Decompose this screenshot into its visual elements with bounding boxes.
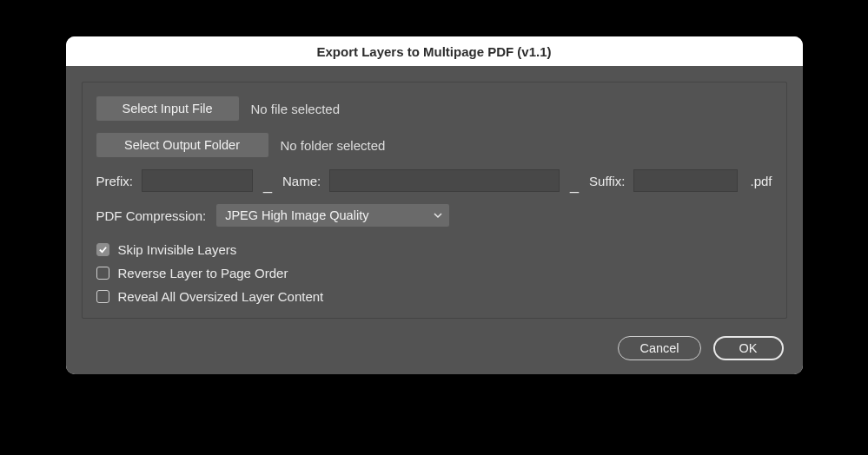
compression-row: PDF Compression: JPEG High Image Quality bbox=[96, 204, 772, 227]
select-input-file-button[interactable]: Select Input File bbox=[96, 96, 239, 121]
settings-panel: Select Input File No file selected Selec… bbox=[82, 82, 787, 319]
reverse-order-checkbox[interactable] bbox=[96, 267, 109, 280]
name-input[interactable] bbox=[329, 169, 560, 192]
title-bar: Export Layers to Multipage PDF (v1.1) bbox=[66, 36, 803, 66]
select-output-folder-button[interactable]: Select Output Folder bbox=[96, 133, 268, 157]
cancel-button[interactable]: Cancel bbox=[618, 336, 700, 360]
reveal-oversized-label: Reveal All Oversized Layer Content bbox=[118, 289, 324, 304]
skip-invisible-label: Skip Invisible Layers bbox=[118, 242, 237, 257]
dialog-window: Export Layers to Multipage PDF (v1.1) Se… bbox=[66, 36, 803, 374]
dialog-footer: Cancel OK bbox=[82, 336, 787, 360]
reveal-oversized-checkbox[interactable] bbox=[96, 290, 109, 303]
output-folder-status: No folder selected bbox=[281, 138, 386, 153]
output-folder-row: Select Output Folder No folder selected bbox=[96, 133, 772, 157]
compression-select[interactable]: JPEG High Image Quality bbox=[216, 204, 449, 227]
skip-invisible-row: Skip Invisible Layers bbox=[96, 242, 772, 257]
reverse-order-label: Reverse Layer to Page Order bbox=[118, 266, 288, 280]
input-file-row: Select Input File No file selected bbox=[96, 96, 772, 121]
prefix-input[interactable] bbox=[142, 169, 253, 192]
reverse-order-row: Reverse Layer to Page Order bbox=[96, 266, 772, 280]
input-file-status: No file selected bbox=[251, 102, 341, 116]
separator-2: _ bbox=[568, 175, 580, 194]
name-label: Name: bbox=[282, 174, 321, 188]
filename-row: Prefix: _ Name: _ Suffix: .pdf bbox=[96, 169, 772, 192]
suffix-label: Suffix: bbox=[589, 174, 625, 188]
prefix-label: Prefix: bbox=[96, 174, 134, 188]
dialog-title: Export Layers to Multipage PDF (v1.1) bbox=[316, 44, 551, 59]
extension-label: .pdf bbox=[750, 174, 772, 188]
reveal-oversized-row: Reveal All Oversized Layer Content bbox=[96, 289, 772, 304]
check-icon bbox=[98, 245, 108, 254]
separator-1: _ bbox=[262, 175, 274, 194]
compression-label: PDF Compression: bbox=[96, 208, 207, 223]
dialog-body: Select Input File No file selected Selec… bbox=[66, 66, 803, 374]
skip-invisible-checkbox[interactable] bbox=[96, 243, 109, 256]
compression-value: JPEG High Image Quality bbox=[225, 208, 368, 222]
suffix-input[interactable] bbox=[633, 169, 738, 192]
ok-button[interactable]: OK bbox=[713, 336, 784, 360]
chevron-down-icon bbox=[434, 211, 442, 220]
